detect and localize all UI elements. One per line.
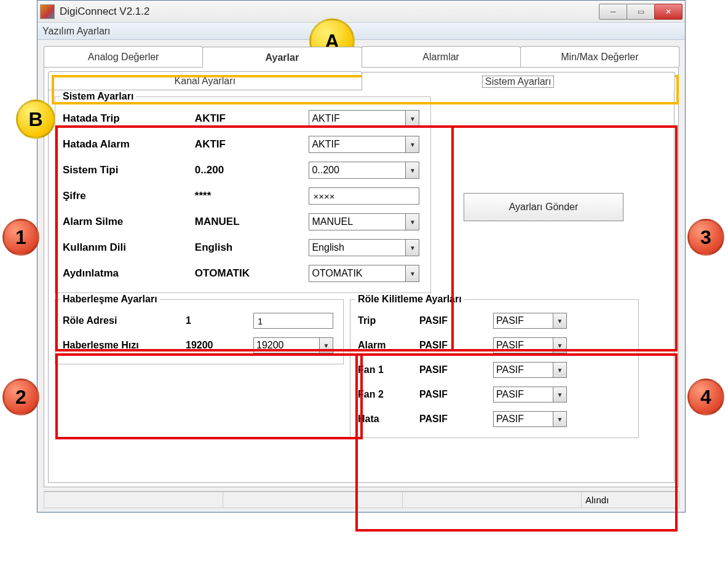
label-alarm-silme: Alarm Silme (63, 216, 195, 228)
subtab-system-settings[interactable]: Sistem Ayarları (362, 72, 676, 90)
group-comm-settings: Haberleşme Ayarları Röle Adresi 1 Haberl… (55, 299, 344, 364)
combo-haberlesme-hizi[interactable]: 19200▼ (253, 337, 333, 353)
value-alarm-silme: MANUEL (195, 216, 309, 228)
value-kullanim-dili: English (195, 241, 309, 254)
value-sistem-tipi: 0..200 (195, 164, 309, 176)
combo-lock-fan2[interactable]: PASIF▼ (493, 387, 567, 402)
group-system-settings: Sistem Ayarları Hatada Trip AKTIF AKTIF▼… (55, 96, 431, 293)
primary-tab-content: Kanal Ayarları Sistem Ayarları Sistem Ay… (44, 67, 679, 487)
sub-tabs: Kanal Ayarları Sistem Ayarları (48, 71, 675, 90)
chevron-down-icon: ▼ (405, 162, 419, 178)
combo-alarm-silme[interactable]: MANUEL▼ (309, 213, 419, 230)
lower-groups: Haberleşme Ayarları Röle Adresi 1 Haberl… (55, 299, 668, 444)
value-lock-fan2: PASIF (419, 389, 493, 400)
group-legend: Haberleşme Ayarları (60, 294, 160, 305)
value-role-adresi: 1 (186, 315, 253, 326)
combo-lock-alarm[interactable]: PASIF▼ (493, 337, 567, 353)
send-settings-button[interactable]: Ayarları Gönder (464, 193, 623, 221)
value-lock-fan1: PASIF (419, 364, 493, 375)
group-relay-lock-settings: Röle Kilitleme Ayarları Trip PASIF PASIF… (350, 299, 639, 438)
group-legend: Röle Kilitleme Ayarları (355, 294, 464, 305)
tab-analog-values[interactable]: Analog Değerler (44, 46, 203, 67)
menubar: Yazılım Ayarları (38, 23, 685, 40)
value-haberlesme-hizi: 19200 (186, 340, 253, 351)
label-haberlesme-hizi: Haberleşme Hızı (63, 340, 186, 351)
value-lock-hata: PASIF (419, 414, 493, 425)
chevron-down-icon: ▼ (553, 338, 566, 353)
subtab-channel-settings[interactable]: Kanal Ayarları (48, 71, 362, 90)
tab-minmax[interactable]: Min/Max Değerler (520, 46, 679, 67)
sub-tab-content: Sistem Ayarları Hatada Trip AKTIF AKTIF▼… (48, 90, 675, 483)
value-sifre: **** (195, 190, 309, 202)
window-title: DigiConnect V2.1.2 (60, 6, 599, 18)
annotation-circle-2: 2 (2, 379, 39, 415)
value-lock-alarm: PASIF (419, 340, 493, 351)
tab-alarms[interactable]: Alarmlar (362, 46, 521, 67)
combo-sistem-tipi[interactable]: 0..200▼ (309, 162, 419, 179)
combo-lock-hata[interactable]: PASIF▼ (493, 411, 567, 427)
label-kullanim-dili: Kullanım Dili (63, 241, 195, 254)
chevron-down-icon: ▼ (405, 240, 419, 256)
minimize-button[interactable]: ─ (599, 4, 627, 20)
status-bar: Alındı (44, 491, 679, 508)
label-lock-fan1: Fan 1 (358, 364, 419, 375)
combo-hatada-trip[interactable]: AKTIF▼ (309, 110, 419, 127)
combo-aydinlatma[interactable]: OTOMATIK▼ (309, 265, 419, 282)
chevron-down-icon: ▼ (553, 313, 566, 328)
label-hatada-alarm: Hatada Alarm (63, 138, 195, 151)
maximize-button[interactable]: ▭ (627, 4, 655, 20)
group-legend: Sistem Ayarları (60, 91, 136, 102)
label-role-adresi: Röle Adresi (63, 315, 186, 326)
value-aydinlatma: OTOMATIK (195, 267, 309, 280)
value-lock-trip: PASIF (419, 315, 493, 326)
input-sifre[interactable] (309, 187, 419, 205)
status-cell-2 (223, 492, 402, 508)
label-lock-alarm: Alarm (358, 340, 419, 351)
chevron-down-icon: ▼ (405, 265, 419, 281)
label-aydinlatma: Aydınlatma (63, 267, 195, 280)
app-icon (40, 4, 55, 19)
chevron-down-icon: ▼ (405, 136, 419, 152)
status-cell-3 (402, 492, 582, 508)
annotation-circle-4: 4 (687, 379, 724, 415)
client-area: Analog Değerler Ayarlar Alarmlar Min/Max… (38, 40, 685, 512)
label-lock-hata: Hata (358, 414, 419, 425)
close-button[interactable]: ✕ (654, 4, 682, 20)
annotation-circle-3: 3 (687, 219, 724, 256)
app-window: DigiConnect V2.1.2 ─ ▭ ✕ Yazılım Ayarlar… (37, 0, 686, 512)
right-column: Ayarları Gönder (442, 103, 645, 312)
combo-hatada-alarm[interactable]: AKTIF▼ (309, 136, 419, 153)
menubar-item[interactable]: Yazılım Ayarları (42, 26, 111, 37)
label-sifre: Şifre (63, 190, 195, 202)
label-hatada-trip: Hatada Trip (63, 112, 195, 125)
chevron-down-icon: ▼ (405, 111, 419, 127)
chevron-down-icon: ▼ (319, 338, 333, 353)
tab-settings[interactable]: Ayarlar (202, 47, 362, 68)
titlebar: DigiConnect V2.1.2 ─ ▭ ✕ (38, 1, 685, 23)
combo-kullanim-dili[interactable]: English▼ (309, 239, 419, 256)
status-cell-4: Alındı (581, 492, 679, 508)
primary-tabs: Analog Değerler Ayarlar Alarmlar Min/Max… (44, 46, 679, 67)
label-sistem-tipi: Sistem Tipi (63, 164, 195, 176)
label-lock-trip: Trip (358, 315, 419, 326)
input-role-adresi[interactable] (253, 313, 333, 329)
status-cell-1 (44, 492, 223, 508)
chevron-down-icon: ▼ (553, 412, 566, 426)
window-buttons: ─ ▭ ✕ (599, 4, 682, 20)
chevron-down-icon: ▼ (553, 387, 566, 402)
value-hatada-trip: AKTIF (195, 112, 309, 125)
annotation-circle-1: 1 (2, 219, 39, 256)
value-hatada-alarm: AKTIF (195, 138, 309, 151)
chevron-down-icon: ▼ (405, 214, 419, 230)
chevron-down-icon: ▼ (553, 363, 566, 377)
combo-lock-trip[interactable]: PASIF▼ (493, 313, 567, 329)
label-lock-fan2: Fan 2 (358, 389, 419, 400)
combo-lock-fan1[interactable]: PASIF▼ (493, 362, 567, 378)
